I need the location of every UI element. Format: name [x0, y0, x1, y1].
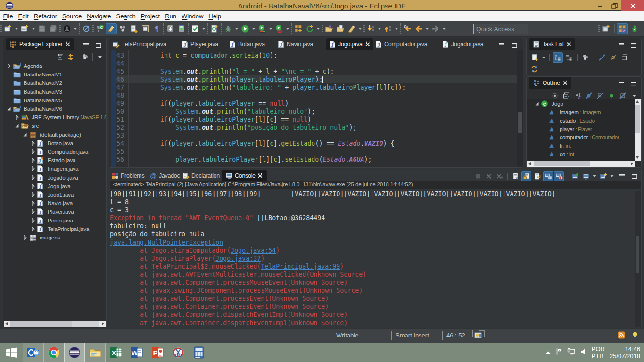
console-vscrollbar[interactable] — [635, 191, 641, 327]
console-show-stderr-button[interactable] — [554, 171, 564, 181]
tree-item-jogo-java[interactable]: JJogo.java — [29, 182, 71, 190]
menu-source[interactable]: Source — [60, 13, 84, 20]
console-minmax[interactable] — [619, 172, 637, 181]
tree-expanded-icon[interactable] — [13, 122, 21, 130]
toolbar-show-whitespace-button[interactable]: ¶ — [151, 23, 162, 34]
tasklist-categorized-button[interactable] — [553, 52, 563, 63]
toolbar-build-coverage-button[interactable]: C — [94, 23, 106, 34]
menu-run[interactable]: Run — [163, 13, 179, 20]
menu-window[interactable]: Window — [179, 13, 206, 20]
tree-item-jre-system-library[interactable]: JRE System Library [JavaSE-1.8] — [13, 113, 106, 122]
scroll-right-arrow[interactable] — [99, 321, 106, 327]
close-tab-icon[interactable] — [365, 41, 371, 47]
console-terminate-button[interactable] — [473, 171, 483, 181]
toolbar-user-account-button[interactable] — [61, 23, 73, 34]
tasklist-hide-1-button[interactable] — [597, 52, 607, 63]
toolbar-mark-occurrences-button[interactable] — [106, 23, 117, 34]
toolbar-last-edit-doc-button[interactable] — [128, 23, 140, 34]
console-line[interactable]: at java.awt.Component.dispatchEventImpl(… — [110, 311, 635, 319]
tree-collapsed-icon[interactable] — [29, 140, 37, 147]
toolbar-new-class-button[interactable] — [209, 23, 220, 34]
tree-item-computador-java[interactable]: JComputador.java — [29, 148, 88, 156]
toolbar-prev-annotation-dropdown[interactable] — [394, 23, 399, 34]
tasklist-new-task-button[interactable] — [529, 52, 540, 63]
toolbar-java-perspective-button[interactable] — [617, 23, 628, 34]
console-open-console-button[interactable] — [598, 171, 608, 181]
task-sync-icon[interactable] — [530, 66, 538, 75]
tree-item-batalhanavalv3[interactable]: BatalhaNavalV3 — [5, 88, 62, 96]
menu-help[interactable]: Help — [206, 13, 224, 20]
editor-vscrollbar[interactable] — [517, 50, 523, 167]
editor-tab-jogador.java[interactable]: JJogador.java — [439, 38, 487, 50]
minimize-button[interactable] — [593, 0, 607, 11]
toolbar-forward-button[interactable] — [430, 23, 441, 34]
editor-tab-jogo.java[interactable]: JJogo.java — [326, 38, 373, 50]
tab-outline[interactable]: Outline — [529, 77, 571, 89]
console-line[interactable]: posição do tabuleiro nula — [110, 230, 635, 238]
toolbar-coverage-dropdown[interactable] — [268, 23, 273, 34]
outline-vscrollbar[interactable] — [635, 99, 641, 161]
toolbar-last-edit-location-button[interactable] — [402, 23, 413, 34]
console-line[interactable]: java.lang.NullPointerException — [110, 239, 635, 247]
view-tab-console[interactable]: Console — [222, 170, 267, 181]
tray-show-hidden-icon[interactable] — [545, 348, 551, 357]
toolbar-mark-pen-button[interactable] — [346, 23, 357, 34]
outline-field-computador[interactable]: computador : Computador — [549, 133, 619, 141]
console-line[interactable]: at javax.swing.JComponent.processMouseEv… — [110, 287, 635, 295]
tree-collapsed-icon[interactable] — [5, 62, 13, 70]
console-link-text[interactable]: Jogo.java:54 — [231, 247, 276, 254]
toolbar-debug-perspective-button[interactable] — [629, 23, 640, 34]
tree-item-ponto-java[interactable]: JPonto.java — [29, 216, 73, 225]
console-link-text[interactable]: TelaPrincipal.java:99 — [261, 263, 340, 270]
tray-flag-icon[interactable] — [556, 348, 562, 357]
maximize-view-icon[interactable] — [96, 41, 101, 49]
toolbar-open-perspective-button[interactable] — [600, 23, 611, 34]
toolbar-new-java-project-button[interactable] — [19, 23, 31, 34]
tray-volume-icon[interactable] — [580, 348, 587, 357]
tree-expanded-icon[interactable] — [5, 105, 13, 113]
tree-collapsed-icon[interactable] — [29, 217, 37, 224]
scrollbar-thumb[interactable] — [534, 161, 590, 166]
code-line[interactable]: if(player.tabuleiroPlayer == null) — [130, 99, 517, 107]
console-link-text[interactable]: java.lang.NullPointerException — [110, 239, 223, 246]
titlebar[interactable]: Android - BatalhaNavalV6/src/Jogo.java -… — [0, 0, 644, 10]
toolbar-new-wizard-button[interactable] — [2, 23, 14, 34]
editor-tab-player.java[interactable]: JPlayer.java — [179, 38, 221, 50]
minimize-view-icon[interactable] — [619, 41, 624, 49]
maximize-view-icon[interactable] — [631, 41, 636, 49]
quick-access-input[interactable]: Quick Access — [473, 24, 528, 34]
tasklist-hide-2-button[interactable] — [608, 52, 619, 63]
bulb-icon[interactable] — [632, 331, 638, 340]
toolbar-profile-button[interactable] — [273, 23, 285, 34]
toolbar-checkbox-task-dropdown[interactable] — [201, 23, 206, 34]
code-line[interactable]: System.out.println(player.tabuleiroPlaye… — [130, 75, 517, 83]
menu-refactor[interactable]: Refactor — [31, 13, 59, 20]
toolbar-open-type-hierarchy-button[interactable] — [117, 23, 128, 34]
tree-collapsed-icon[interactable] — [29, 199, 37, 207]
code-text[interactable]: int c = computador.sorteia(10); System.o… — [130, 51, 517, 167]
tree-item-jogo1-java[interactable]: JJogo1.java — [29, 190, 74, 199]
close-view-icon[interactable] — [65, 41, 71, 47]
pkg-collapse-all-button[interactable] — [55, 52, 66, 62]
code-line[interactable]: System.out.println("tabuleiro: " + playe… — [130, 83, 517, 91]
maximize-view-icon[interactable] — [631, 80, 636, 88]
toolbar-checkbox-task-button[interactable] — [190, 23, 201, 34]
console-line[interactable]: c = 3 — [110, 206, 635, 214]
toolbar-debug-dropdown[interactable] — [234, 23, 239, 34]
console-link-text[interactable]: Jogo.java:37 — [215, 255, 261, 262]
scrollbar-thumb[interactable] — [10, 321, 72, 327]
tree-collapsed-icon[interactable] — [29, 208, 37, 215]
console-line[interactable]: at TelaPrincipal$2.mouseClicked(TelaPrin… — [110, 263, 635, 271]
console-line[interactable]: at java.awt.Container.processEvent(Unkno… — [110, 303, 635, 311]
console-line[interactable]: at Jogo.atiraComputador(Jogo.java:54) — [110, 247, 635, 255]
tree-item-src[interactable]: src — [13, 122, 39, 130]
taskbar-word-app[interactable]: W — [126, 343, 147, 362]
tree-item-agenda[interactable]: JAgenda — [5, 62, 42, 70]
outline-class-jogo[interactable]: CJogo — [533, 99, 563, 108]
toolbar-refresh-c-dropdown[interactable] — [315, 23, 321, 34]
toolbar-skip-breakpoints-button[interactable] — [81, 23, 92, 34]
toolbar-new-java-project-dropdown[interactable] — [31, 23, 36, 34]
console-scroll-lock-button[interactable] — [521, 171, 531, 181]
outline-field-imagem[interactable]: imagem : Imagem — [549, 108, 601, 116]
code-line[interactable]: System.out.println("l = " + l + "\nc = "… — [130, 67, 517, 75]
